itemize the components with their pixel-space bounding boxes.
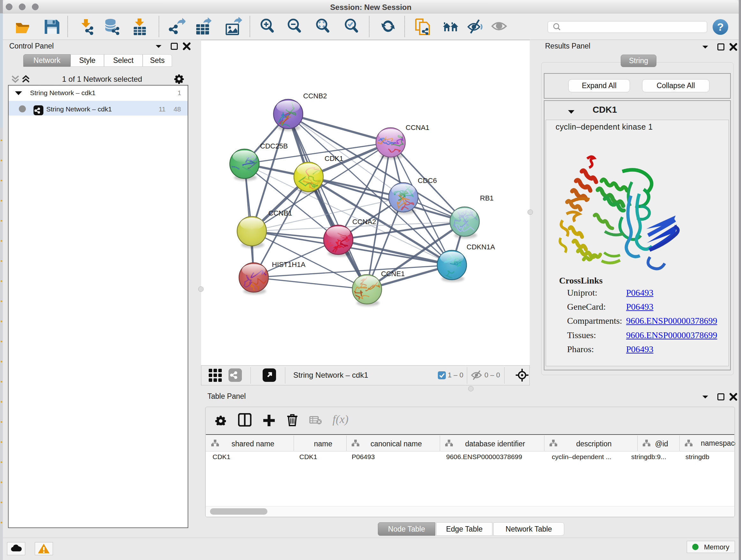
svg-text:CCNB2: CCNB2 xyxy=(303,92,327,100)
svg-text:CDC25B: CDC25B xyxy=(260,142,288,150)
svg-text:CCNB1: CCNB1 xyxy=(268,209,292,217)
svg-text:CDKN1A: CDKN1A xyxy=(467,243,495,251)
svg-text:CDK1: CDK1 xyxy=(325,154,343,163)
svg-text:CCNE1: CCNE1 xyxy=(381,270,405,278)
svg-text:CDC6: CDC6 xyxy=(418,177,437,185)
svg-text:RB1: RB1 xyxy=(480,194,494,202)
svg-text:HIST1H1A: HIST1H1A xyxy=(272,260,306,268)
svg-text:CCNA1: CCNA1 xyxy=(406,124,429,132)
svg-text:CCNA2: CCNA2 xyxy=(352,218,376,226)
